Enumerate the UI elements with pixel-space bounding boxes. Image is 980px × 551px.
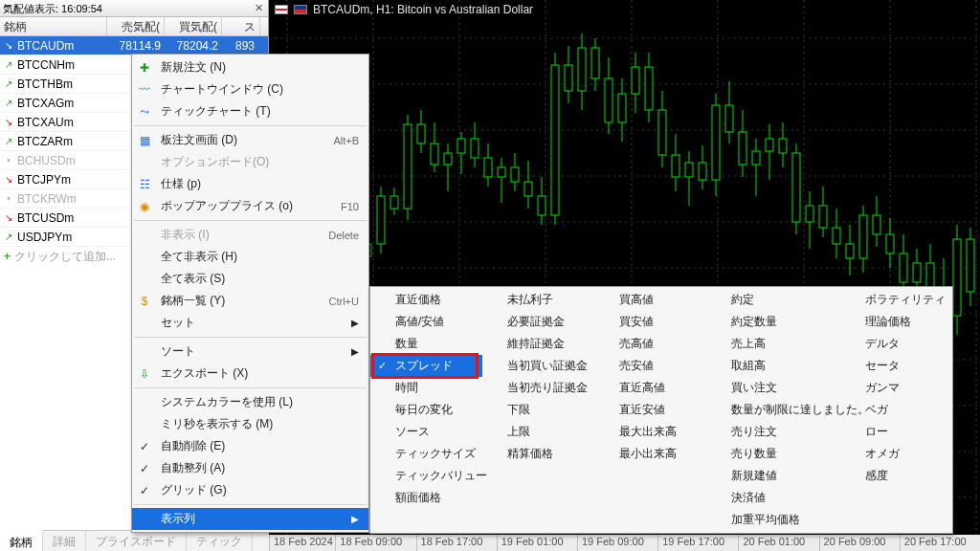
submenu-item[interactable]: 売安値 xyxy=(594,355,706,377)
menu-item[interactable]: ◉ポップアッププライス (o)F10 xyxy=(132,195,368,217)
symbol-name: BTCCNHm xyxy=(17,55,75,75)
submenu-item[interactable]: セータ xyxy=(840,355,952,377)
menu-item[interactable]: 全て表示 (S) xyxy=(132,268,368,290)
submenu-item[interactable]: 必要証拠金 xyxy=(482,311,594,333)
menu-item[interactable]: セット▶ xyxy=(132,312,368,334)
menu-item[interactable]: ✓自動削除 (E) xyxy=(132,435,368,457)
close-icon[interactable]: ✕ xyxy=(252,1,265,14)
submenu-item[interactable]: ベガ xyxy=(840,399,952,421)
submenu-item[interactable]: 買安値 xyxy=(594,311,706,333)
submenu-item[interactable]: 決済値 xyxy=(706,487,840,509)
submenu-item[interactable]: ソース xyxy=(370,421,482,443)
submenu-item[interactable]: ガンマ xyxy=(840,377,952,399)
symbol-row-BTCAUDm[interactable]: ↘BTCAUDm78114.978204.2893 xyxy=(0,36,268,55)
submenu-item[interactable]: 上限 xyxy=(482,421,594,443)
direction-icon: ↗ xyxy=(4,75,13,94)
submenu-column: 買高値買安値売高値売安値直近高値直近安値最大出来高最小出来高 xyxy=(594,289,706,531)
tab-ティック[interactable]: ティック xyxy=(187,531,253,551)
menu-item[interactable]: ✓グリッド (G) xyxy=(132,479,368,501)
x-tick: 19 Feb 01:00 xyxy=(497,535,577,551)
submenu-item[interactable]: ロー xyxy=(840,421,952,443)
menu-item[interactable]: ソート▶ xyxy=(132,341,368,363)
menu-item[interactable]: ⇩エクスポート (X) xyxy=(132,363,368,385)
svg-rect-73 xyxy=(632,67,639,94)
submenu-item[interactable]: 時間 xyxy=(370,377,482,399)
svg-rect-57 xyxy=(524,182,532,196)
svg-rect-47 xyxy=(457,139,465,153)
svg-rect-45 xyxy=(444,153,452,165)
tab-銘柄[interactable]: 銘柄 xyxy=(0,530,43,551)
chart-x-axis: 18 Feb 202418 Feb 09:0018 Feb 17:0019 Fe… xyxy=(269,535,980,551)
submenu-item[interactable]: 未払利子 xyxy=(482,289,594,311)
svg-rect-75 xyxy=(645,67,653,110)
symbol-name: BCHUSDm xyxy=(17,151,76,170)
spread-value: 893 xyxy=(222,36,260,55)
submenu-item[interactable]: 買高値 xyxy=(594,289,706,311)
submenu-item[interactable]: 新規建値 xyxy=(706,465,840,487)
context-menu: ✚新規注文 (N)〰チャートウインドウ (C)⤳ティックチャート (T)▦板注文… xyxy=(131,54,369,533)
col-spread[interactable]: スプ... xyxy=(222,17,260,35)
submenu-item[interactable]: 当初買い証拠金 xyxy=(482,355,594,377)
submenu-item[interactable]: 直近安値 xyxy=(594,399,706,421)
direction-icon: ↗ xyxy=(4,228,13,247)
submenu-item[interactable]: 売高値 xyxy=(594,333,706,355)
menu-item[interactable]: ▦板注文画面 (D)Alt+B xyxy=(132,129,368,151)
market-watch-header: 銘柄 売気配( 買気配( スプ... xyxy=(0,17,268,36)
tab-プライスボード[interactable]: プライスボード xyxy=(86,531,187,551)
submenu-item[interactable]: 数量が制限に達しました。 xyxy=(706,399,840,421)
symbol-name: BTCXAUm xyxy=(17,113,74,132)
market-watch-title-text: 気配値表示: 16:09:54 xyxy=(3,3,102,14)
submenu-item[interactable]: 毎日の変化 xyxy=(370,399,482,421)
svg-rect-63 xyxy=(565,65,572,91)
chart-title-bar: BTCAUDm, H1: Bitcoin vs Australian Dolla… xyxy=(275,3,533,16)
submenu-item[interactable]: 加重平均価格 xyxy=(706,509,840,531)
submenu-item[interactable]: 約定 xyxy=(706,289,840,311)
submenu-item[interactable]: 直近価格 xyxy=(370,289,482,311)
submenu-item[interactable]: 当初売り証拠金 xyxy=(482,377,594,399)
submenu-item[interactable]: 数量 xyxy=(370,333,482,355)
submenu-item[interactable]: ティックサイズ xyxy=(370,443,482,465)
svg-rect-95 xyxy=(779,139,787,153)
submenu-item[interactable]: 直近高値 xyxy=(594,377,706,399)
submenu-item[interactable]: 高値/安値 xyxy=(370,311,482,333)
col-ask[interactable]: 買気配( xyxy=(165,17,222,35)
submenu-item[interactable]: 理論価格 xyxy=(840,311,952,333)
menu-item[interactable]: 全て非表示 (H) xyxy=(132,246,368,268)
svg-rect-83 xyxy=(699,163,706,180)
submenu-item[interactable]: ティックバリュー xyxy=(370,465,482,487)
svg-rect-37 xyxy=(390,196,398,209)
submenu-item[interactable]: 感度 xyxy=(840,465,952,487)
menu-icon xyxy=(136,394,153,411)
submenu-item[interactable]: 売り数量 xyxy=(706,443,840,465)
submenu-item[interactable]: 約定数量 xyxy=(706,311,840,333)
col-bid[interactable]: 売気配( xyxy=(107,17,165,35)
menu-label: 非表示 (I) xyxy=(161,227,321,243)
submenu-item[interactable]: 売り注文 xyxy=(706,421,840,443)
menu-item[interactable]: ✓自動整列 (A) xyxy=(132,457,368,479)
submenu-item[interactable]: 買い注文 xyxy=(706,377,840,399)
menu-item[interactable]: ミリ秒を表示する (M) xyxy=(132,413,368,435)
bid-value: 78114.9 xyxy=(107,36,165,55)
submenu-item[interactable]: ボラティリティ xyxy=(840,289,952,311)
tab-詳細[interactable]: 詳細 xyxy=(43,531,86,551)
menu-item[interactable]: ⤳ティックチャート (T) xyxy=(132,100,368,122)
submenu-item[interactable]: 最小出来高 xyxy=(594,443,706,465)
submenu-item[interactable]: オメガ xyxy=(840,443,952,465)
chevron-right-icon: ▶ xyxy=(351,346,359,357)
menu-item[interactable]: ✚新規注文 (N) xyxy=(132,56,368,78)
submenu-item[interactable]: スプレッド xyxy=(370,355,482,377)
submenu-item[interactable]: 下限 xyxy=(482,399,594,421)
submenu-item[interactable]: 維持証拠金 xyxy=(482,333,594,355)
submenu-item[interactable]: デルタ xyxy=(840,333,952,355)
submenu-item[interactable]: 最大出来高 xyxy=(594,421,706,443)
menu-item[interactable]: システムカラーを使用 (L) xyxy=(132,391,368,413)
menu-item[interactable]: 〰チャートウインドウ (C) xyxy=(132,78,368,100)
menu-item[interactable]: ☷仕様 (p) xyxy=(132,173,368,195)
menu-item[interactable]: $銘柄一覧 (Y)Ctrl+U xyxy=(132,290,368,312)
submenu-item[interactable]: 取組高 xyxy=(706,355,840,377)
menu-item[interactable]: 表示列▶ xyxy=(132,508,368,530)
col-symbol[interactable]: 銘柄 xyxy=(0,17,107,35)
submenu-item[interactable]: 額面価格 xyxy=(370,487,482,509)
submenu-item[interactable]: 売上高 xyxy=(706,333,840,355)
submenu-item[interactable]: 精算価格 xyxy=(482,443,594,465)
